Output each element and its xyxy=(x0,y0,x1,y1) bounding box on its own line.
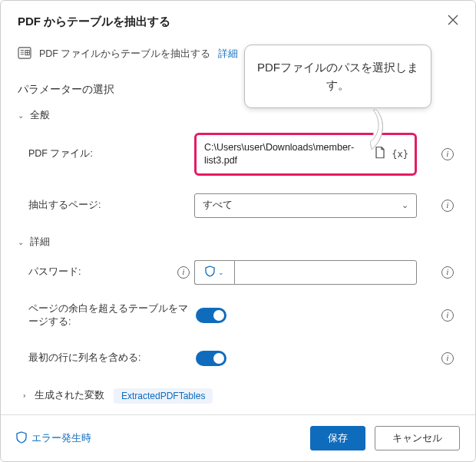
header-row-label: 最初の行に列名を含める: xyxy=(18,351,194,365)
info-text: PDF ファイルからテーブルを抽出する xyxy=(39,48,210,61)
dialog-content: パラメーターの選択 ⌄ 全般 PDF ファイル: C:\Users\user\D… xyxy=(1,72,475,414)
row-password: パスワード: i ⌄ i xyxy=(18,259,458,285)
info-icon[interactable]: i xyxy=(441,352,454,365)
chevron-down-icon: ⌄ xyxy=(18,238,24,246)
row-merge-tables: ページの余白を超えるテーブルをマージする: i xyxy=(18,302,458,328)
callout-text: PDFファイルのパスを選択します。 xyxy=(257,61,418,91)
pdf-file-value: C:\Users\user\Downloads\member-list3.pdf xyxy=(204,142,354,166)
row-pages: 抽出するページ: すべて ⌄ i xyxy=(18,193,458,219)
pdf-file-label: PDF ファイル: xyxy=(18,147,194,160)
dialog-footer: エラー発生時 保存 キャンセル xyxy=(1,414,475,461)
row-header-row: 最初の行に列名を含める: i xyxy=(18,345,458,371)
chevron-right-icon: ⌄ xyxy=(18,393,27,399)
generated-variables-label: 生成された変数 xyxy=(35,389,104,402)
on-error-label: エラー発生時 xyxy=(31,432,91,445)
dialog-title: PDF からテーブルを抽出する xyxy=(18,15,170,29)
generated-variable-chip[interactable]: ExtractedPDFTables xyxy=(114,388,213,404)
on-error-link[interactable]: エラー発生時 xyxy=(16,431,91,446)
pages-value: すべて xyxy=(203,199,233,212)
dialog-header: PDF からテーブルを抽出する xyxy=(1,1,475,41)
info-learn-more-link[interactable]: 詳細 xyxy=(218,48,238,61)
pages-label: 抽出するページ: xyxy=(18,199,194,212)
close-icon[interactable] xyxy=(445,12,461,31)
pdf-doc-icon xyxy=(18,47,31,61)
pages-select[interactable]: すべて ⌄ xyxy=(194,193,417,218)
shield-lock-icon xyxy=(205,266,215,279)
save-button[interactable]: 保存 xyxy=(310,426,365,450)
password-label: パスワード: i xyxy=(18,266,194,279)
chevron-down-icon: ⌄ xyxy=(218,269,224,276)
instruction-callout: PDFファイルのパスを選択します。 xyxy=(244,45,431,108)
group-advanced-header[interactable]: ⌄ 詳細 xyxy=(18,236,458,249)
password-input[interactable] xyxy=(234,260,417,285)
chevron-down-icon: ⌄ xyxy=(18,111,24,120)
generated-variables-row[interactable]: ⌄ 生成された変数 ExtractedPDFTables xyxy=(18,388,458,404)
chevron-down-icon: ⌄ xyxy=(402,200,408,210)
merge-tables-label: ページの余白を超えるテーブルをマージする: xyxy=(18,302,194,328)
info-icon[interactable]: i xyxy=(441,309,454,322)
info-icon[interactable]: i xyxy=(177,266,190,279)
group-advanced-label: 詳細 xyxy=(30,236,50,249)
info-icon[interactable]: i xyxy=(441,200,454,212)
cancel-button[interactable]: キャンセル xyxy=(375,426,460,450)
merge-tables-toggle[interactable] xyxy=(196,308,226,323)
info-icon[interactable]: i xyxy=(441,266,454,279)
group-general-label: 全般 xyxy=(30,109,50,122)
shield-icon xyxy=(16,431,27,446)
info-icon[interactable]: i xyxy=(441,148,454,160)
header-row-toggle[interactable] xyxy=(196,351,226,366)
password-mode-toggle[interactable]: ⌄ xyxy=(194,260,234,285)
